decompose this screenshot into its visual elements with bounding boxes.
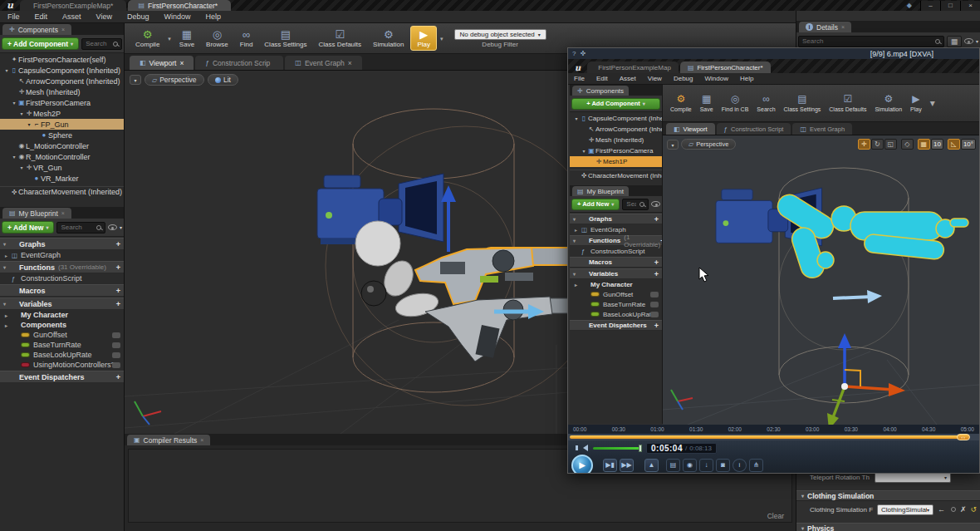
add-icon[interactable]: +	[116, 300, 120, 308]
chevron-down-icon[interactable]: ▾	[120, 224, 122, 230]
simulation-button[interactable]: ⚙ Simulation	[367, 24, 409, 52]
expander-icon[interactable]: ▾	[11, 154, 17, 160]
menu-item[interactable]: Debug	[668, 75, 699, 82]
translate-tool[interactable]: ✛	[858, 139, 870, 150]
fp-gun-mesh-selected[interactable]	[415, 248, 590, 304]
component-tree-item[interactable]: ↖ ArrowComponent (Inherited)	[0, 76, 124, 86]
maximize-button[interactable]: □	[940, 1, 960, 11]
simulation-button[interactable]: ⚙ Simulation	[870, 86, 906, 120]
component-tree-item[interactable]: ↖ ArrowComponent (Inher	[570, 124, 662, 135]
blueprint-row[interactable]: Macros +	[570, 257, 662, 268]
class-settings-button[interactable]: ▤ Class Settings	[780, 86, 826, 120]
translate-gizmo[interactable]	[827, 333, 905, 425]
camera-button[interactable]: ◙	[716, 459, 730, 472]
property-matrix-button[interactable]: ▦	[947, 36, 962, 47]
expander-icon[interactable]: ▸	[5, 322, 12, 328]
menu-item[interactable]: Asset	[55, 12, 89, 21]
play-button[interactable]: ▶	[571, 455, 593, 474]
volume-slider[interactable]	[593, 447, 641, 450]
search-button[interactable]: ∞ Search	[752, 86, 779, 120]
expander-icon[interactable]: ▾	[573, 216, 580, 222]
expander-icon[interactable]: ▸	[5, 312, 12, 318]
pin-icon[interactable]: ✜	[580, 50, 586, 57]
open-file-button[interactable]: ▲	[644, 459, 659, 472]
chapters-button[interactable]: ⋔	[749, 459, 763, 472]
blueprint-row[interactable]: ▸ My Character	[0, 310, 124, 320]
menu-item[interactable]: File	[0, 12, 27, 21]
add-icon[interactable]: +	[654, 270, 659, 278]
visibility-filter-icon[interactable]	[964, 38, 973, 44]
expander-icon[interactable]: ▾	[18, 165, 25, 170]
blueprint-row[interactable]: BaseLookUpRate	[0, 350, 124, 360]
expander-icon[interactable]: ▾	[3, 67, 10, 73]
clothing-simulation-header[interactable]: ▾ Clothing Simulation	[796, 490, 980, 501]
blueprint-row[interactable]: ▾ Variables +	[0, 297, 124, 310]
tab-event-graph[interactable]: ◫ Event Graph	[792, 123, 852, 135]
component-tree-item[interactable]: ▾ ✛ VR_Gun	[0, 162, 124, 173]
video-player-window[interactable]: ? ✜ [9/9] 6.mp4 [DXVA] u FirstPersonExam…	[567, 47, 980, 474]
expander-icon[interactable]: ▾	[3, 241, 10, 247]
component-tree-item[interactable]: ▾ ✛ Mesh2P	[0, 108, 124, 119]
expander-icon[interactable]: ▾	[11, 100, 17, 106]
component-tree-item[interactable]: ◉ L_MotionController	[0, 140, 124, 151]
expander-icon[interactable]: ▾	[3, 264, 10, 270]
component-tree-item[interactable]: ▾ ▯ CapsuleComponent (Inherited)	[0, 65, 124, 76]
add-new-button[interactable]: + Add New ▾	[571, 199, 620, 210]
menu-item[interactable]: Edit	[590, 75, 614, 82]
play-options-caret[interactable]: ▾	[926, 86, 939, 120]
component-tree-item[interactable]: ▾ ▯ CapsuleComponent (Inhe	[570, 113, 662, 124]
add-icon[interactable]: +	[116, 263, 120, 272]
grid-snap-toggle[interactable]: ▦	[918, 139, 930, 150]
expander-icon[interactable]: ▾	[573, 238, 580, 243]
blueprint-row[interactable]: ▾ Variables +	[570, 268, 662, 279]
browse-button[interactable]: ◎ Browse	[200, 24, 234, 52]
expander-icon[interactable]: ▾	[3, 301, 10, 307]
chevron-down-icon[interactable]: ▾	[976, 38, 978, 44]
clear-icon[interactable]: ✗	[960, 505, 967, 514]
viewport-options-button[interactable]: ▾	[130, 75, 141, 85]
blueprint-row[interactable]: ▸ My Character	[570, 279, 662, 289]
add-icon[interactable]: +	[654, 215, 659, 224]
reset-icon[interactable]: ↺	[971, 505, 978, 514]
my-blueprint-search[interactable]	[622, 199, 649, 210]
expander-icon[interactable]: ▾	[26, 121, 32, 127]
component-tree-item[interactable]: ✜ CharacterMovement (Inhe	[570, 170, 662, 180]
add-component-button[interactable]: + Add Component ▾	[571, 98, 660, 110]
menu-item[interactable]: Edit	[27, 12, 56, 21]
tab-first-person-character[interactable]: ▤ FirstPersonCharacter*	[128, 0, 231, 11]
expander-icon[interactable]: ▾	[581, 148, 587, 154]
close-button[interactable]: ×	[960, 1, 980, 11]
class-settings-button[interactable]: ▤ Class Settings	[258, 24, 312, 52]
grid-snap-value[interactable]: 10	[931, 139, 943, 150]
surface-snap-toggle[interactable]: ◇	[901, 139, 914, 150]
perspective-button[interactable]: ▱ Perspective	[681, 139, 736, 150]
save-button[interactable]: ▦ Save	[696, 86, 718, 120]
fast-forward-button[interactable]: ▶▶	[620, 459, 634, 472]
menu-item[interactable]: Help	[198, 12, 228, 21]
close-icon[interactable]: ×	[179, 59, 184, 67]
expander-icon[interactable]: ▸	[575, 227, 581, 233]
blueprint-row[interactable]: ƒ ConstructionScript	[0, 273, 124, 283]
class-defaults-button[interactable]: ☑ Class Defaults	[312, 24, 367, 52]
snapshot-button[interactable]: ↓	[699, 459, 713, 472]
my-blueprint-tab[interactable]: ▤ My Blueprint	[572, 186, 629, 196]
lit-mode-button[interactable]: Lit	[208, 74, 238, 86]
seek-bar[interactable]: ‹›	[568, 434, 979, 440]
expander-icon[interactable]: ▾	[801, 493, 804, 499]
add-icon[interactable]: +	[654, 258, 659, 267]
close-icon[interactable]: ×	[200, 437, 203, 443]
expander-icon[interactable]: ▾	[573, 271, 580, 277]
component-tree-item[interactable]: ✛ Mesh (Inherited)	[0, 86, 124, 97]
component-tree-item[interactable]: ▾ ▣ FirstPersonCamera	[0, 97, 124, 108]
component-tree-item[interactable]: ● VR_Marker	[0, 173, 124, 184]
add-icon[interactable]: +	[116, 373, 120, 381]
components-search[interactable]	[81, 38, 122, 50]
find-button[interactable]: ∞ Find	[234, 24, 259, 52]
visibility-filter-icon[interactable]	[651, 201, 660, 207]
blueprint-row[interactable]: ▾ Functions (31 Overridable) +	[0, 261, 124, 273]
blueprint-row[interactable]: UsingMotionControllers?	[0, 360, 124, 370]
menu-item[interactable]: Asset	[614, 75, 642, 82]
add-component-button[interactable]: + Add Component ▾	[2, 37, 79, 50]
my-blueprint-search[interactable]	[56, 222, 105, 234]
components-tab[interactable]: ✛ Components ×	[2, 24, 71, 35]
